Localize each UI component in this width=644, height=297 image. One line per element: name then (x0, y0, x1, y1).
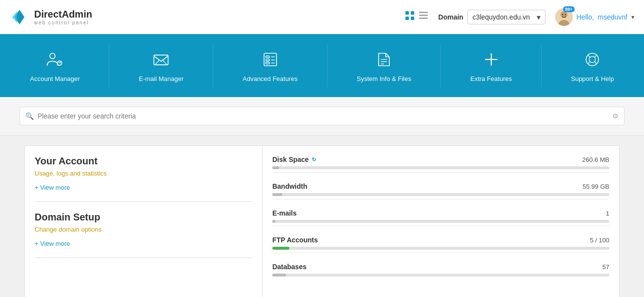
search-box: 🔍 ⚙ (20, 107, 624, 125)
logo-text: DirectAdmin web control panel (34, 9, 92, 25)
right-panel: Disk Space↻260.6 MBBandwidth55.99 GBE-ma… (262, 146, 619, 297)
stat-bar-fill (272, 220, 276, 223)
svg-rect-19 (266, 59, 269, 61)
stat-name: E-mails (272, 209, 297, 217)
search-icon: 🔍 (25, 112, 34, 120)
your-account-section: Your Account Usage, logs and statistics … (35, 156, 252, 202)
main-content: Your Account Usage, logs and statistics … (10, 136, 634, 297)
stat-name: FTP Accounts (272, 236, 318, 244)
stat-row: FTP Accounts5 / 100 (272, 236, 609, 253)
svg-rect-8 (419, 18, 428, 19)
stat-divider (272, 199, 609, 199)
svg-rect-2 (405, 11, 409, 15)
support-help-icon (582, 49, 603, 70)
account-manager-label: Account Manager (30, 75, 80, 82)
search-input[interactable] (20, 107, 624, 125)
stat-value: 1 (606, 210, 609, 217)
email-manager-icon (150, 49, 172, 70)
nav-item-email-manager[interactable]: E-mail Manager (109, 44, 213, 87)
search-section: 🔍 ⚙ (0, 97, 644, 136)
svg-rect-18 (266, 56, 269, 58)
domain-setup-section: Domain Setup Change domain options + Vie… (35, 212, 252, 258)
header: DirectAdmin web control panel (0, 0, 644, 34)
system-info-label: System Info & Files (357, 75, 411, 82)
avatar-wrap: 99+ (555, 8, 573, 26)
advanced-features-icon (260, 49, 281, 70)
svg-point-13 (564, 14, 565, 15)
domain-select[interactable]: c3lequydon.edu.vn (467, 10, 545, 24)
your-account-title: Your Account (35, 156, 252, 167)
stat-bar-bg (272, 166, 609, 169)
domain-setup-view-more[interactable]: + View more (35, 240, 70, 247)
stat-bar-fill (272, 274, 286, 277)
stat-value: 55.99 GB (583, 183, 609, 190)
stat-name: Disk Space↻ (272, 156, 316, 163)
domain-setup-title: Domain Setup (35, 212, 252, 223)
user-area[interactable]: 99+ Hello, mseduvnf ▾ (555, 8, 634, 26)
stat-row: E-mails1 (272, 209, 609, 226)
svg-point-14 (50, 53, 55, 59)
your-account-view-more[interactable]: + View more (35, 184, 70, 191)
stat-bar-bg (272, 193, 609, 196)
stat-value: 5 / 100 (590, 237, 609, 244)
stat-divider (272, 253, 609, 253)
svg-line-34 (595, 61, 597, 64)
content-card: Your Account Usage, logs and statistics … (24, 145, 620, 297)
nav-item-advanced-features[interactable]: Advanced Features (213, 44, 327, 87)
list-view-icon[interactable] (419, 11, 428, 23)
stat-bar-bg (272, 247, 609, 250)
stat-value: 260.6 MB (582, 156, 609, 163)
svg-rect-20 (266, 62, 269, 64)
logo-area: DirectAdmin web control panel (10, 7, 92, 27)
logo-subtitle: web control panel (34, 20, 92, 25)
svg-marker-1 (12, 11, 17, 23)
stat-name: Bandwidth (272, 182, 307, 190)
view-icons (405, 11, 428, 23)
stat-row: Databases57 (272, 263, 609, 277)
account-manager-icon (44, 49, 66, 70)
greeting-text: Hello, mseduvnf (577, 13, 627, 21)
nav-item-account-manager[interactable]: Account Manager (1, 44, 110, 87)
extra-features-icon (481, 49, 502, 70)
svg-rect-5 (411, 17, 414, 20)
nav-item-extra-features[interactable]: Extra Features (441, 44, 542, 87)
svg-rect-4 (405, 17, 409, 20)
nav-bar: Account Manager E-mail Manager (0, 34, 644, 97)
extra-features-label: Extra Features (470, 75, 512, 82)
nav-item-support-help[interactable]: Support & Help (542, 44, 643, 87)
stat-bar-fill (272, 247, 289, 250)
stat-name: Databases (272, 263, 306, 271)
stat-divider (272, 172, 609, 173)
left-panel: Your Account Usage, logs and statistics … (25, 146, 262, 297)
nav-items: Account Manager E-mail Manager (0, 44, 644, 87)
svg-rect-3 (411, 11, 414, 15)
user-dropdown-arrow[interactable]: ▾ (631, 14, 634, 20)
refresh-icon[interactable]: ↻ (312, 157, 316, 163)
advanced-features-label: Advanced Features (242, 75, 298, 82)
svg-point-12 (562, 14, 563, 15)
nav-item-system-info[interactable]: System Info & Files (327, 44, 441, 87)
logo-icon (10, 7, 29, 27)
grid-view-icon[interactable] (405, 11, 415, 23)
domain-setup-subtitle: Change domain options (35, 226, 252, 233)
domain-dropdown-wrap[interactable]: c3lequydon.edu.vn (467, 10, 545, 24)
stat-row: Bandwidth55.99 GB (272, 182, 609, 199)
stat-value: 57 (603, 263, 609, 271)
settings-icon[interactable]: ⚙ (612, 112, 619, 120)
header-right: Domain c3lequydon.edu.vn (405, 8, 634, 26)
svg-line-33 (588, 61, 590, 64)
your-account-subtitle: Usage, logs and statistics (35, 170, 252, 177)
stat-divider (272, 226, 609, 226)
stat-bar-fill (272, 166, 279, 169)
email-manager-label: E-mail Manager (139, 75, 183, 82)
logo-title: DirectAdmin (34, 9, 92, 20)
svg-rect-7 (419, 15, 428, 16)
domain-label: Domain (438, 13, 463, 21)
svg-line-31 (588, 55, 590, 58)
stat-bar-bg (272, 220, 609, 223)
system-info-icon (373, 49, 395, 70)
notification-badge: 99+ (563, 6, 574, 12)
domain-selector: Domain c3lequydon.edu.vn (438, 10, 545, 24)
stat-bar-fill (272, 193, 282, 196)
username-text: mseduvnf (598, 13, 627, 21)
